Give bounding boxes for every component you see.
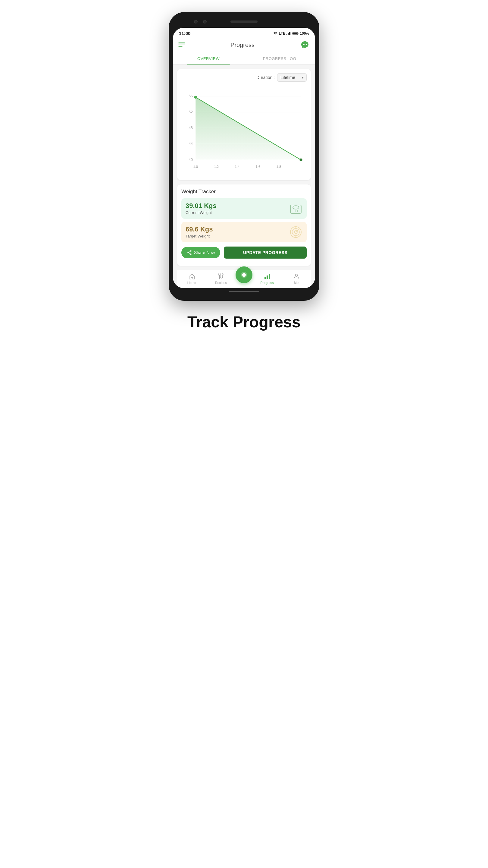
svg-rect-6 [293,32,297,34]
svg-text:1.8: 1.8 [276,165,281,168]
svg-text:1.6: 1.6 [255,165,260,168]
svg-text:1.2: 1.2 [214,165,219,168]
page-title: Progress [230,41,255,49]
status-time: 11:00 [179,31,190,36]
svg-rect-55 [269,274,270,279]
svg-point-44 [190,250,192,252]
home-icon [188,273,195,280]
svg-point-35 [292,228,299,236]
svg-line-47 [189,251,190,252]
tabs-container: OVERVIEW PROGRESS LOG [173,53,315,65]
app-header: Progress [173,38,315,53]
home-indicator [229,291,259,292]
share-label: Share Now [194,250,215,255]
fab-button[interactable] [235,267,253,283]
svg-point-46 [190,253,192,255]
status-bar: 11:00 LTE [173,28,315,38]
svg-rect-54 [267,276,268,279]
svg-point-30 [293,206,299,209]
chart-card: Duration : Lifetime 1 Month 3 Months 6 M… [177,69,311,180]
battery-label: 100% [300,31,309,36]
svg-rect-53 [264,277,266,279]
target-weight-label: Target Weight [186,234,213,239]
svg-point-56 [295,274,297,276]
nav-home-label: Home [187,281,196,284]
svg-point-8 [304,44,305,45]
share-icon [187,250,192,255]
current-weight-label: Current Weight [186,210,217,215]
camera-left [194,20,198,24]
nav-progress[interactable]: Progress [253,273,282,284]
target-weight-info: 69.6 Kgs Target Weight [186,225,213,239]
weight-cards: 39.01 Kgs Current Weight [181,198,307,242]
svg-rect-0 [287,34,287,35]
svg-point-7 [303,44,304,45]
chart-header: Duration : Lifetime 1 Month 3 Months 6 M… [181,73,307,82]
share-button[interactable]: Share Now [181,247,220,258]
signal-icon [287,32,291,35]
chat-icon[interactable] [300,40,310,50]
svg-text:56: 56 [189,94,193,98]
duration-select-wrapper[interactable]: Lifetime 1 Month 3 Months 6 Months 1 Yea… [277,73,307,82]
phone-screen: 11:00 LTE [173,28,315,288]
svg-rect-1 [288,33,289,35]
nav-recipes-label: Recipes [215,281,227,284]
svg-text:40: 40 [189,158,193,162]
svg-line-48 [189,253,190,254]
nav-me-label: Me [294,281,298,284]
nav-recipes[interactable]: Recipes [206,273,235,284]
svg-text:44: 44 [189,142,193,146]
tab-overview[interactable]: OVERVIEW [173,53,244,64]
svg-point-9 [306,44,307,45]
svg-rect-52 [243,276,245,277]
battery-icon [292,32,298,35]
recipes-icon [218,273,225,280]
nav-me[interactable]: Me [282,273,311,284]
svg-rect-5 [298,33,298,34]
target-weight-card: 69.6 Kgs Target Weight [181,222,307,242]
current-weight-info: 39.01 Kgs Current Weight [186,202,217,215]
signal-label: LTE [279,31,286,36]
weight-tracker-title: Weight Tracker [181,189,307,195]
current-weight-value: 39.01 Kgs [186,202,217,210]
svg-point-27 [194,96,197,98]
duration-select[interactable]: Lifetime 1 Month 3 Months 6 Months 1 Yea… [277,73,307,82]
svg-point-28 [299,158,302,161]
progress-chart: 56 52 48 44 40 1.0 1.2 1.4 1.6 1.8 [181,85,307,176]
menu-button[interactable] [178,42,185,47]
action-row: Share Now UPDATE PROGRESS [181,247,307,258]
svg-text:48: 48 [189,126,193,130]
fab-icon [240,271,248,279]
menu-line-2 [178,44,185,45]
target-icon [289,225,302,239]
svg-rect-2 [289,32,290,35]
weight-tracker-section: Weight Tracker 39.01 Kgs Current Weight [177,184,311,266]
nav-home[interactable]: Home [177,273,206,284]
main-content: Duration : Lifetime 1 Month 3 Months 6 M… [173,65,315,288]
svg-rect-3 [290,32,291,35]
progress-nav-icon [264,273,271,280]
tab-progress-log[interactable]: PROGRESS LOG [244,53,315,64]
current-weight-card: 39.01 Kgs Current Weight [181,198,307,219]
duration-label: Duration : [256,75,275,80]
svg-point-45 [187,252,189,253]
page-headline: Track Progress [187,313,301,331]
svg-text:52: 52 [189,110,193,114]
me-icon [293,273,300,280]
menu-line-1 [178,42,185,43]
phone-shell: 11:00 LTE [169,12,319,301]
phone-top-hardware [173,18,315,26]
menu-line-3 [178,46,183,47]
chart-container: 56 52 48 44 40 1.0 1.2 1.4 1.6 1.8 [181,85,307,177]
svg-text:1.4: 1.4 [235,165,239,168]
nav-progress-label: Progress [260,281,273,284]
nav-fab-item[interactable] [235,274,253,283]
camera-right [203,20,207,24]
scale-icon [289,202,302,215]
update-progress-button[interactable]: UPDATE PROGRESS [224,247,307,258]
wifi-icon [273,32,278,35]
status-icons: LTE 100% [273,31,309,36]
bottom-nav: Home Recipes [177,270,311,288]
phone-bottom-hardware [173,291,315,292]
svg-point-49 [222,274,223,275]
